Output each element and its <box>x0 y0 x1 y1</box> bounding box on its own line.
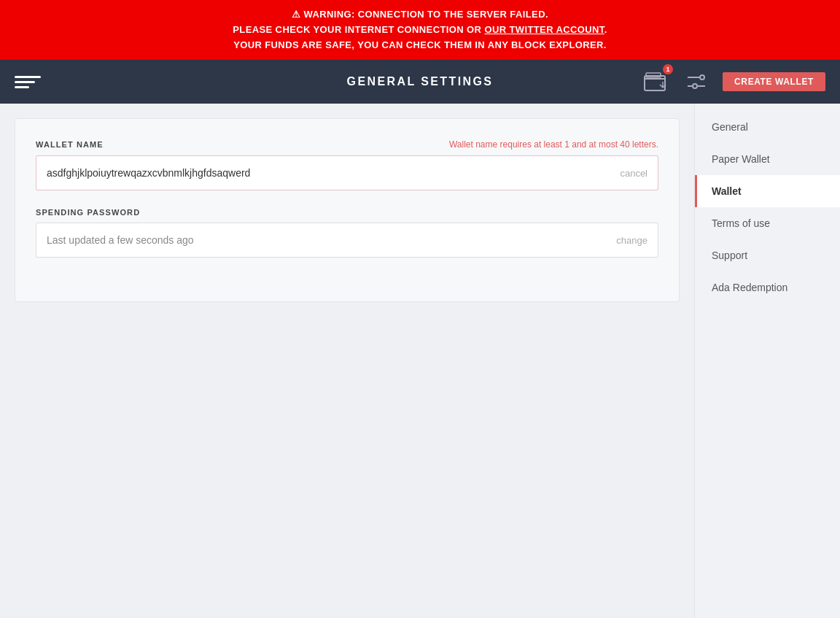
wallet-name-label: WALLET NAME <box>36 140 104 149</box>
wallet-badge: 1 <box>663 64 673 74</box>
logo[interactable] <box>15 69 41 95</box>
settings-icon <box>685 72 708 92</box>
wallet-name-cancel-button[interactable]: cancel <box>620 168 648 179</box>
settings-nav-button[interactable] <box>682 67 711 96</box>
create-wallet-button[interactable]: CREATE WALLET <box>723 72 825 91</box>
spending-password-change-button[interactable]: change <box>616 235 648 246</box>
sidebar-item-terms-of-use[interactable]: Terms of use <box>695 207 840 239</box>
sidebar-item-ada-redemption-label: Ada Redemption <box>712 282 788 293</box>
warning-line1: ⚠ WARNING: CONNECTION TO THE SERVER FAIL… <box>15 7 825 23</box>
logo-line-2 <box>15 81 35 83</box>
warning-line2-prefix: PLEASE CHECK YOUR INTERNET CONNECTION OR <box>233 24 484 35</box>
svg-point-5 <box>693 84 697 88</box>
wallet-name-input-wrap[interactable]: cancel <box>36 155 658 190</box>
content-area: WALLET NAME Wallet name requires at leas… <box>0 104 694 618</box>
sidebar-item-wallet-label: Wallet <box>712 185 742 197</box>
svg-point-3 <box>700 75 704 80</box>
sidebar-item-support-label: Support <box>712 250 747 261</box>
sidebar: General Paper Wallet Wallet Terms of use… <box>694 104 840 618</box>
sidebar-item-general-label: General <box>712 121 748 133</box>
sidebar-item-wallet[interactable]: Wallet <box>695 175 840 207</box>
spending-password-input-wrap: Last updated a few seconds ago change <box>36 223 658 258</box>
spending-password-section: SPENDING PASSWORD Last updated a few sec… <box>36 208 658 258</box>
main-layout: WALLET NAME Wallet name requires at leas… <box>0 104 840 618</box>
sidebar-item-terms-of-use-label: Terms of use <box>712 217 770 229</box>
wallet-name-error: Wallet name requires at least 1 and at m… <box>449 139 658 150</box>
wallet-name-section: WALLET NAME Wallet name requires at leas… <box>36 139 658 190</box>
sidebar-item-general[interactable]: General <box>695 111 840 143</box>
warning-line2: PLEASE CHECK YOUR INTERNET CONNECTION OR… <box>15 23 825 38</box>
sidebar-item-paper-wallet[interactable]: Paper Wallet <box>695 143 840 175</box>
sidebar-item-paper-wallet-label: Paper Wallet <box>712 153 770 165</box>
page-title: GENERAL SETTINGS <box>347 75 494 88</box>
top-nav: GENERAL SETTINGS 1 CRE <box>0 60 840 104</box>
twitter-link[interactable]: OUR TWITTER ACCOUNT <box>484 24 604 35</box>
top-nav-right: 1 CREATE WALLET <box>641 67 825 96</box>
spending-password-label: SPENDING PASSWORD <box>36 208 140 217</box>
logo-icon <box>15 69 41 95</box>
wallet-name-label-row: WALLET NAME Wallet name requires at leas… <box>36 139 658 150</box>
wallet-nav-button[interactable]: 1 <box>641 67 670 96</box>
logo-line-3 <box>15 86 29 88</box>
wallet-icon <box>644 72 667 92</box>
settings-card: WALLET NAME Wallet name requires at leas… <box>15 118 680 302</box>
logo-line-1 <box>15 76 41 78</box>
warning-banner: ⚠ WARNING: CONNECTION TO THE SERVER FAIL… <box>0 0 840 60</box>
warning-line3: YOUR FUNDS ARE SAFE, YOU CAN CHECK THEM … <box>15 38 825 53</box>
warning-line2-suffix: . <box>604 24 607 35</box>
spending-password-label-row: SPENDING PASSWORD <box>36 208 658 217</box>
sidebar-item-support[interactable]: Support <box>695 239 840 271</box>
wallet-name-input[interactable] <box>47 167 620 179</box>
spending-password-status: Last updated a few seconds ago <box>47 234 616 246</box>
sidebar-item-ada-redemption[interactable]: Ada Redemption <box>695 271 840 304</box>
